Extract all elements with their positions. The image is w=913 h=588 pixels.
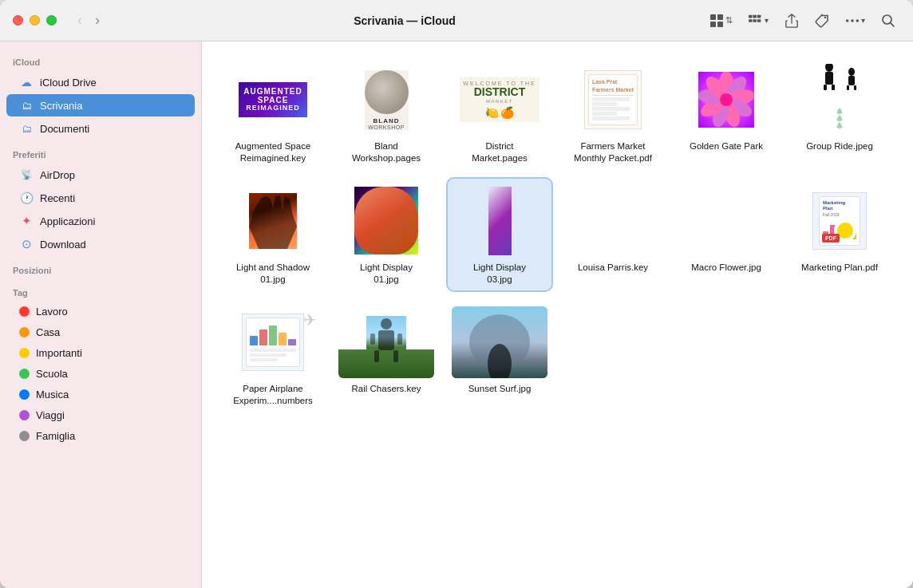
- rail-img: [366, 316, 406, 368]
- file-item-macro[interactable]: Macro Flower.jpg: [674, 179, 778, 290]
- file-thumb-district: WELCOME TO THE DISTRICT MARKET 🍋 🍊: [452, 64, 547, 136]
- sidebar-item-famiglia[interactable]: Famiglia: [6, 426, 195, 446]
- face-overlay: [354, 187, 418, 255]
- sidebar-item-label: Download: [40, 239, 86, 251]
- sidebar-item-label: Lavoro: [36, 306, 68, 318]
- display01-thumb-content: [354, 187, 418, 255]
- file-item-bland[interactable]: BLAND WORKSHOP BlandWorkshop.pages: [334, 57, 438, 169]
- sidebar-item-label: Viaggi: [36, 409, 65, 421]
- svg-rect-2: [710, 22, 716, 27]
- sidebar-item-documenti[interactable]: 🗂 Documenti: [6, 117, 195, 140]
- traffic-lights: [13, 15, 57, 26]
- file-name-shadow: Light and Shadow01.jpg: [236, 262, 310, 286]
- file-item-groupride[interactable]: 🌲🌲🌲 Group Ride.jpeg: [788, 57, 891, 169]
- file-item-golden[interactable]: Golden Gate Park: [674, 57, 778, 169]
- svg-point-10: [824, 16, 826, 18]
- sidebar-item-icloud-drive[interactable]: ☁ iCloud Drive: [6, 71, 195, 93]
- scrivania-icon: 🗂: [19, 98, 34, 112]
- svg-rect-39: [397, 333, 402, 345]
- file-name-louisa: Louisa Parris.key: [578, 262, 648, 274]
- sidebar-item-applicazioni[interactable]: ✦ Applicazioni: [6, 210, 195, 232]
- file-item-display03[interactable]: Light Display03.jpg: [448, 179, 551, 290]
- content-area: AUGMENTED SPACE REIMAGINED Augmented Spa…: [202, 41, 913, 588]
- files-grid: AUGMENTED SPACE REIMAGINED Augmented Spa…: [221, 57, 894, 412]
- farmers-paper: Lava PratFarmers Market: [588, 74, 638, 126]
- file-item-augmented[interactable]: AUGMENTED SPACE REIMAGINED Augmented Spa…: [221, 57, 325, 169]
- file-item-rail[interactable]: Rail Chasers.key: [334, 300, 438, 412]
- view-toggle-button[interactable]: ⇅: [705, 10, 737, 31]
- hand-svg: [249, 193, 297, 249]
- sidebar-item-download[interactable]: ⊙ Download: [6, 233, 195, 255]
- close-button[interactable]: [13, 15, 23, 26]
- sidebar-item-importanti[interactable]: Importanti: [6, 343, 195, 363]
- sidebar-item-label: Scuola: [36, 368, 68, 380]
- tag-button[interactable]: [810, 10, 834, 31]
- posizioni-section-label: Posizioni: [0, 256, 201, 278]
- casa-dot: [19, 327, 30, 337]
- svg-rect-38: [370, 333, 375, 345]
- view-options-icon: [749, 14, 763, 28]
- svg-rect-1: [717, 14, 723, 20]
- golden-thumb-content: [698, 72, 754, 128]
- sunset-svg: [452, 306, 547, 378]
- file-thumb-louisa: LouisaParris: [565, 185, 661, 257]
- sidebar-item-label: Famiglia: [36, 430, 75, 442]
- sidebar-item-scuola[interactable]: Scuola: [6, 364, 195, 384]
- file-name-bland: BlandWorkshop.pages: [352, 140, 421, 164]
- paper-chart: [250, 322, 296, 345]
- share-button[interactable]: [780, 10, 804, 31]
- file-item-display01[interactable]: Light Display01.jpg: [334, 179, 438, 290]
- search-button[interactable]: [876, 10, 900, 31]
- minimize-button[interactable]: [30, 15, 40, 26]
- sidebar-item-label: iCloud Drive: [40, 77, 97, 89]
- file-item-marketing[interactable]: MarketingPlan Fall 2019: [788, 179, 891, 290]
- svg-rect-32: [847, 85, 849, 90]
- file-thumb-bland: BLAND WORKSHOP: [338, 64, 434, 136]
- marketing-doc: MarketingPlan Fall 2019: [819, 196, 860, 245]
- pdf-badge: PDF: [822, 234, 840, 243]
- applicazioni-icon: ✦: [19, 214, 34, 228]
- svg-point-34: [381, 318, 392, 330]
- file-item-sunset[interactable]: Sunset Surf.jpg: [448, 300, 551, 412]
- sidebar-item-label: Casa: [36, 326, 60, 338]
- sidebar-item-label: Recenti: [40, 192, 75, 204]
- file-item-district[interactable]: WELCOME TO THE DISTRICT MARKET 🍋 🍊 Distr…: [448, 57, 551, 169]
- sidebar-item-scrivania[interactable]: 🗂 Scrivania: [6, 94, 195, 116]
- file-thumb-farmers: Lava PratFarmers Market: [565, 64, 661, 136]
- district-inner: WELCOME TO THE DISTRICT MARKET 🍋 🍊: [460, 77, 539, 121]
- file-name-district: DistrictMarket.pages: [472, 140, 528, 164]
- svg-rect-27: [825, 72, 833, 85]
- documenti-icon: 🗂: [19, 121, 34, 136]
- sidebar-item-airdrop[interactable]: 📡 AirDrop: [6, 164, 195, 186]
- view-options-button[interactable]: ▾: [744, 10, 773, 31]
- maximize-button[interactable]: [46, 15, 57, 26]
- file-item-paper[interactable]: ✈ Paper AirplaneExperim....numbers: [221, 300, 325, 412]
- file-item-farmers[interactable]: Lava PratFarmers Market Farmers MarketMo…: [561, 57, 665, 169]
- paper-thumb-content: ✈: [242, 314, 304, 371]
- file-item-louisa[interactable]: LouisaParris Louisa Parris.key: [561, 179, 665, 290]
- rail-figure-svg: [366, 316, 406, 368]
- svg-rect-7: [749, 19, 753, 22]
- sidebar-item-lavoro[interactable]: Lavoro: [6, 302, 195, 322]
- sidebar-item-musica[interactable]: Musica: [6, 385, 195, 404]
- farmers-thumb-content: Lava PratFarmers Market: [584, 70, 642, 130]
- svg-rect-28: [824, 85, 827, 90]
- file-thumb-shadow: [225, 185, 321, 257]
- lavoro-dot: [19, 306, 30, 317]
- sidebar-item-viaggi[interactable]: Viaggi: [6, 405, 195, 425]
- file-thumb-paper: ✈: [225, 306, 321, 378]
- musica-dot: [19, 389, 30, 400]
- svg-point-14: [883, 15, 891, 24]
- svg-rect-9: [757, 19, 761, 22]
- sidebar-item-casa[interactable]: Casa: [6, 322, 195, 342]
- forward-button[interactable]: ›: [90, 10, 105, 30]
- svg-point-26: [825, 64, 833, 72]
- sidebar-item-recenti[interactable]: 🕐 Recenti: [6, 187, 195, 209]
- rail-thumb-content: [366, 316, 406, 368]
- grid-icon: [709, 14, 724, 28]
- svg-point-12: [851, 19, 854, 22]
- file-item-shadow[interactable]: Light and Shadow01.jpg: [221, 179, 325, 290]
- more-button[interactable]: ▾: [840, 10, 870, 31]
- back-button[interactable]: ‹: [73, 10, 87, 30]
- more-icon: [845, 14, 860, 28]
